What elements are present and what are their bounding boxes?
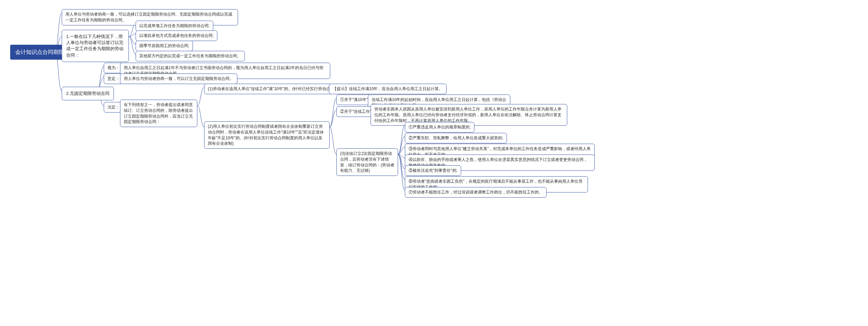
b2-title-text: 2.无固定期限劳动合同	[66, 90, 110, 97]
b1-c1-text: 以完成单项工作任务为期限的劳动合同;	[139, 23, 210, 29]
yueding-label: 意定：	[107, 76, 120, 82]
fading-text: 有下列情形之一，劳动者提出或者同意续订、订立劳动合同的，除劳动者提出订立固定期限…	[124, 102, 194, 125]
fading-text-node[interactable]: 有下列情形之一，劳动者提出或者同意续订、订立劳动合同的，除劳动者提出订立固定期限…	[120, 100, 197, 127]
fd2-text: (2)用人单位初次实行劳动合同制度或者国有企业改制重新订立劳动合同时，劳动者在该…	[208, 124, 326, 146]
yueding-text-node[interactable]: 用人单位与劳动者协商一致，可以订立无固定期限劳动合同。	[120, 74, 237, 84]
fd3-2-text: ②严重失职、营私舞弊，给用人单位造成重大损害的;	[409, 135, 503, 141]
fd3-2-node[interactable]: ②严重失职、营私舞弊，给用人单位造成重大损害的;	[405, 133, 507, 143]
b1-c1-node[interactable]: 以完成单项工作任务为期限的劳动合同;	[136, 21, 213, 31]
fd3-7-node[interactable]: ⑦劳动者不能胜任工作，经过培训或者调整工作岗位，仍不能胜任工作的。	[405, 187, 547, 198]
b1-title-text: 1.一般在以下几种情况下，用人单位与劳动者可以签订以完成一定工作任务为期限的劳动…	[66, 34, 124, 58]
fd3-7-text: ⑦劳动者不能胜任工作，经过培训或者调整工作岗位，仍不能胜任工作的。	[409, 189, 543, 195]
b1-c4-node[interactable]: 其他双方约定的以完成一定工作任务为期限的劳动合同。	[136, 51, 245, 61]
fd3-5-node[interactable]: ⑤被依法追究"刑事责任"的;	[405, 165, 461, 176]
fd1-tip-text: 【提示】连续工作满10年，应当自用人单位用工之日起计算。	[333, 86, 443, 92]
fd3-1-node[interactable]: ①严重违反用人单位的规章制度的;	[405, 122, 474, 133]
b1-title-node[interactable]: 1.一般在以下几种情况下，用人单位与劳动者可以签订以完成一定工作任务为期限的劳动…	[62, 30, 129, 62]
yueding-text: 用人单位与劳动者协商一致，可以订立无固定期限劳动合同。	[124, 76, 234, 82]
root-label: 会计知识点合同期限	[15, 48, 64, 56]
fd1-tip-node[interactable]: 【提示】连续工作满10年，应当自用人单位用工之日起计算。	[329, 84, 447, 94]
b1-c3-node[interactable]: 因季节原因用工的劳动合同;	[136, 41, 193, 51]
fd3-node[interactable]: (3)连续订立2次固定期限劳动合同，且劳动者没有下述情形，续订劳动合同的：(劳动…	[336, 148, 398, 176]
shiwei-label: 视为：	[107, 65, 120, 71]
fd2a-label: ①关于"满10年"：	[340, 97, 372, 103]
fd3-1-text: ①严重违反用人单位的规章制度的;	[409, 124, 471, 130]
fd2b-label: ②关于"连续工作"：	[340, 109, 376, 115]
fd3-text: (3)连续订立2次固定期限劳动合同，且劳动者没有下述情形，续订劳动合同的：(劳动…	[340, 151, 394, 174]
fading-label: 法定：	[107, 104, 120, 110]
root-node[interactable]: 会计知识点合同期限	[10, 45, 69, 60]
b1-c2-node[interactable]: 以项目承包方式完成承包任务的劳动合同;	[136, 30, 217, 41]
b1-c4-text: 其他双方约定的以完成一定工作任务为期限的劳动合同。	[139, 53, 241, 59]
b1-c3-text: 因季节原因用工的劳动合同;	[139, 43, 189, 49]
b1-c2-text: 以项目承包方式完成承包任务的劳动合同;	[139, 33, 214, 39]
b2-title-node[interactable]: 2.无固定期限劳动合同	[62, 87, 114, 100]
fd2b-text: 劳动者非因本人原因从原用人单位被安排到新用人单位工作，原用人单位的工作年限合并计…	[374, 106, 564, 123]
fd3-5-text: ⑤被依法追究"刑事责任"的;	[409, 168, 457, 174]
fd2-node[interactable]: (2)用人单位初次实行劳动合同制度或者国有企业改制重新订立劳动合同时，劳动者在该…	[204, 121, 330, 149]
